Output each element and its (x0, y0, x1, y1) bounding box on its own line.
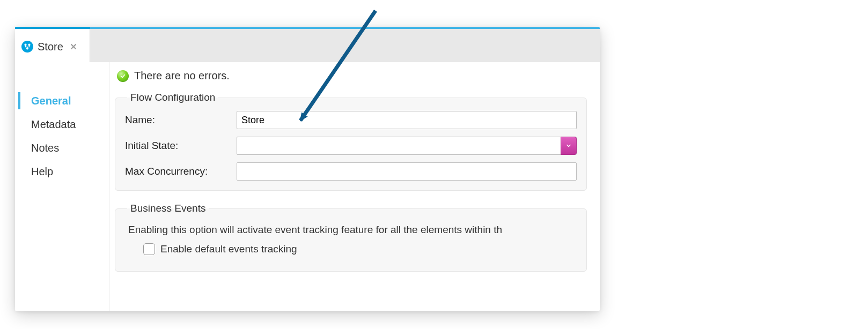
tab-label: Store (38, 41, 63, 53)
panel-body: General Metadata Notes Help There are no… (15, 62, 600, 311)
close-icon[interactable] (69, 42, 78, 51)
sidebar: General Metadata Notes Help (15, 62, 109, 311)
tab-store[interactable]: Store (15, 29, 90, 64)
max-concurrency-input[interactable] (237, 162, 577, 181)
label-initial-state: Initial State: (125, 140, 237, 152)
chevron-down-icon[interactable] (561, 137, 577, 155)
sidebar-item-notes[interactable]: Notes (15, 136, 109, 160)
svg-point-1 (28, 44, 30, 46)
row-initial-state: Initial State: (125, 137, 577, 155)
flow-configuration-group: Flow Configuration Name: Initial State: (115, 92, 587, 191)
config-panel: Store General Metadata Notes Help (15, 27, 600, 311)
sidebar-item-label: Notes (31, 142, 59, 154)
status-message: There are no errors. (134, 70, 230, 82)
row-name: Name: (125, 111, 577, 129)
label-max-concurrency: Max Concurrency: (125, 166, 237, 177)
business-events-description: Enabling this option will activate event… (128, 224, 577, 236)
initial-state-select[interactable] (237, 137, 577, 155)
sidebar-item-metadata[interactable]: Metadata (15, 113, 109, 136)
status-row: There are no errors. (115, 70, 587, 82)
sidebar-item-general[interactable]: General (15, 89, 109, 113)
row-max-concurrency: Max Concurrency: (125, 162, 577, 181)
content-area: There are no errors. Flow Configuration … (109, 62, 600, 311)
flow-icon (21, 41, 33, 53)
tab-strip: Store (15, 27, 600, 62)
label-name: Name: (125, 114, 237, 126)
check-circle-icon (117, 70, 129, 82)
sidebar-item-label: General (31, 95, 71, 107)
svg-point-2 (27, 48, 28, 49)
enable-tracking-label: Enable default events tracking (160, 243, 297, 255)
enable-tracking-checkbox[interactable] (143, 243, 155, 255)
row-enable-tracking: Enable default events tracking (143, 243, 577, 255)
name-input[interactable] (237, 111, 577, 129)
flow-configuration-legend: Flow Configuration (127, 92, 218, 103)
business-events-group: Business Events Enabling this option wil… (115, 203, 587, 272)
initial-state-input[interactable] (237, 137, 577, 155)
sidebar-item-label: Metadata (31, 118, 76, 131)
svg-point-0 (25, 44, 26, 46)
business-events-legend: Business Events (127, 203, 209, 214)
sidebar-item-label: Help (31, 166, 53, 178)
sidebar-item-help[interactable]: Help (15, 160, 109, 183)
